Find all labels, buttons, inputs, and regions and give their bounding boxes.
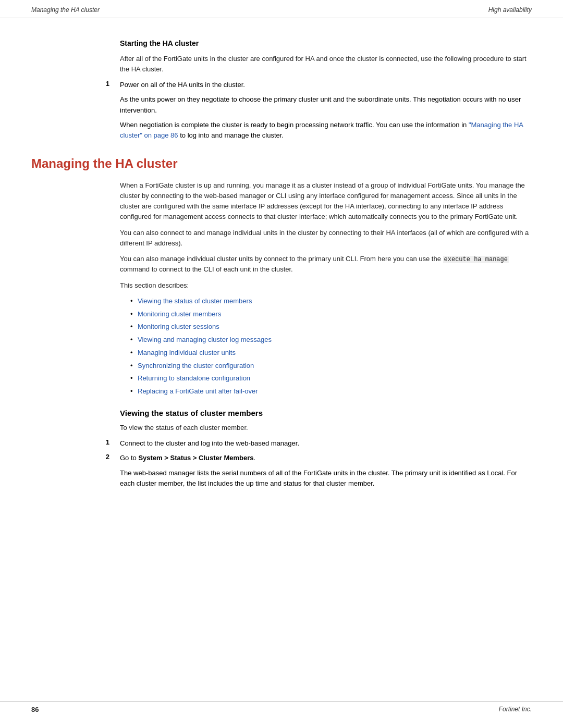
step1-para2-end: to log into and manage the cluster.: [178, 131, 284, 139]
view-step1-content: Connect to the cluster and log into the …: [120, 438, 532, 449]
bullet-link-5[interactable]: Managing individual cluster units: [138, 349, 236, 356]
view-step1-item: 1 Connect to the cluster and log into th…: [31, 438, 532, 449]
step1-item: 1 Power on all of the HA units in the cl…: [31, 80, 532, 141]
viewing-status-title: Viewing the status of cluster members: [31, 409, 532, 417]
list-item: Viewing and managing cluster log message…: [130, 335, 532, 346]
step1-para2-text: When negotiation is complete the cluster…: [120, 121, 469, 129]
managing-para3: You can also manage individual cluster u…: [31, 254, 532, 275]
para3-end: command to connect to the CLI of each un…: [120, 265, 293, 273]
bullet-list: Viewing the status of cluster members Mo…: [31, 296, 532, 397]
list-item: Returning to standalone configuration: [130, 373, 532, 384]
bullet-link-2[interactable]: Monitoring cluster members: [138, 310, 221, 318]
view-step2-text-end: .: [254, 454, 256, 462]
view-step1-text: Connect to the cluster and log into the …: [120, 439, 299, 447]
footer-page-number: 86: [31, 706, 39, 713]
step1-content: Power on all of the HA units in the clus…: [120, 80, 532, 141]
viewing-intro: To view the status of each cluster membe…: [31, 423, 532, 433]
bullet-link-7[interactable]: Returning to standalone configuration: [138, 374, 250, 382]
footer-company: Fortinet Inc.: [499, 706, 532, 713]
view-step2-text-start: Go to: [120, 454, 138, 462]
para3-code: execute ha manage: [443, 256, 509, 263]
step1-text: Power on all of the HA units in the clus…: [120, 81, 245, 89]
managing-para1: When a FortiGate cluster is up and runni…: [31, 180, 532, 223]
list-item: Viewing the status of cluster members: [130, 296, 532, 307]
list-item: Replacing a FortiGate unit after fail-ov…: [130, 386, 532, 397]
list-item: Monitoring cluster sessions: [130, 322, 532, 332]
bullet-link-8[interactable]: Replacing a FortiGate unit after fail-ov…: [138, 387, 258, 395]
page: Managing the HA cluster High availabilit…: [0, 0, 563, 728]
bullet-link-1[interactable]: Viewing the status of cluster members: [138, 297, 252, 305]
step1-number: 1: [83, 80, 120, 141]
page-footer: 86 Fortinet Inc.: [0, 701, 563, 718]
step1-para1: As the units power on they negotiate to …: [120, 94, 532, 115]
main-content: Starting the HA cluster After all of the…: [0, 18, 563, 524]
starting-ha-title: Starting the HA cluster: [31, 39, 532, 47]
list-item: Monitoring cluster members: [130, 309, 532, 320]
starting-ha-intro: After all of the FortiGate units in the …: [31, 54, 532, 75]
list-item: Managing individual cluster units: [130, 348, 532, 359]
header-left: Managing the HA cluster: [31, 6, 100, 14]
managing-para2: You can also connect to and manage indiv…: [31, 228, 532, 249]
header-right: High availability: [488, 6, 532, 14]
managing-para4: This section describes:: [31, 280, 532, 291]
view-step2-para: The web-based manager lists the serial n…: [120, 468, 532, 489]
page-header: Managing the HA cluster High availabilit…: [0, 0, 563, 18]
managing-ha-title: Managing the HA cluster: [31, 156, 532, 171]
bullet-link-4[interactable]: Viewing and managing cluster log message…: [138, 336, 272, 343]
para3-start: You can also manage individual cluster u…: [120, 255, 443, 263]
view-step1-number: 1: [83, 438, 120, 449]
view-step2-bold: System > Status > Cluster Members: [138, 454, 253, 462]
bullet-link-3[interactable]: Monitoring cluster sessions: [138, 323, 219, 330]
view-step2-item: 2 Go to System > Status > Cluster Member…: [31, 453, 532, 488]
view-step2-number: 2: [83, 453, 120, 488]
view-step2-content: Go to System > Status > Cluster Members.…: [120, 453, 532, 488]
bullet-link-6[interactable]: Synchronizing the cluster configuration: [138, 362, 254, 369]
list-item: Synchronizing the cluster configuration: [130, 361, 532, 372]
step1-para2: When negotiation is complete the cluster…: [120, 120, 532, 141]
